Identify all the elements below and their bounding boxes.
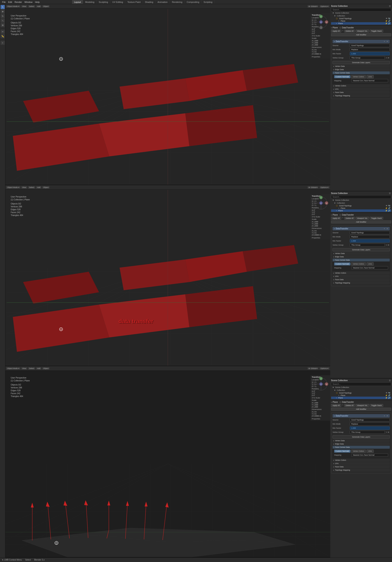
dt-source-3[interactable]: Good Topology xyxy=(350,418,390,422)
dt-mixmode-2[interactable]: Replace xyxy=(350,235,390,238)
vertex-data-header-1[interactable]: ▸ Vertex Data xyxy=(333,65,390,68)
outliner-filter-btn-3[interactable]: ☰ xyxy=(389,379,391,382)
tab-texture-paint[interactable]: Texture Paint xyxy=(125,0,143,4)
face-corner-header-1[interactable]: ▾ Face Corner Data xyxy=(333,71,390,74)
vp2-object-mode[interactable]: Object Mode ▾ xyxy=(6,186,20,189)
dt-source-2[interactable]: Good Topology xyxy=(350,231,390,234)
dt-vertgroup-3[interactable]: This Group xyxy=(350,431,385,434)
add-modifier-btn-1[interactable]: Add Modifier xyxy=(331,33,391,36)
delete-all-btn-3[interactable]: Delete All xyxy=(344,404,355,407)
tree-plane-3[interactable]: ▪ Plane ⚡ 🔗 xyxy=(331,397,391,399)
custom-normals-tab-3[interactable]: Custom Normals xyxy=(334,450,350,453)
modifier-close-2[interactable]: ✕ xyxy=(386,227,389,230)
viewport-vis-btn-3[interactable]: Viewport Vis. xyxy=(356,404,369,407)
tab-shading[interactable]: Shading xyxy=(143,0,155,4)
toggle-stack-btn-1[interactable]: Toggle Stack xyxy=(370,30,383,33)
mapping-2[interactable]: Nearest Cor..Face Normal xyxy=(351,266,388,269)
dt-mixfactor-3[interactable]: 1.000 xyxy=(350,426,390,430)
uvs-tab-2[interactable]: UVs xyxy=(367,262,374,266)
custom-normals-tab-2[interactable]: Custom Normals xyxy=(334,262,350,265)
vp1-object[interactable]: Object xyxy=(42,5,50,8)
vertex-colors-tab-3[interactable]: Vertex Colors xyxy=(351,449,366,453)
tab-compositing[interactable]: Compositing xyxy=(185,0,202,4)
vp3-object[interactable]: Object xyxy=(42,367,50,370)
generate-btn-3[interactable]: Generate Data Layers xyxy=(333,435,390,439)
toolbar-measure[interactable]: 📏 xyxy=(1,34,5,38)
custom-normals-tab-1[interactable]: Custom Normals xyxy=(334,75,350,78)
mapping-3[interactable]: Nearest Cor..Face Normal xyxy=(351,453,388,457)
toolbar-scale[interactable]: ⤡ xyxy=(1,19,5,23)
outliner-search-1[interactable] xyxy=(331,8,391,12)
vp1-add[interactable]: Add xyxy=(36,5,41,8)
modifier-close-3[interactable]: ✕ xyxy=(386,415,389,417)
dt-vertgroup-clear-2[interactable]: ✕ ✚ xyxy=(386,244,390,246)
vc-sub-3[interactable]: ▸ Vertex Colors xyxy=(333,459,390,462)
fcd-header-3[interactable]: ▾ Face Corner Data xyxy=(333,446,390,449)
vp1-view[interactable]: View xyxy=(21,5,27,8)
fd-sub-2[interactable]: ▸ Face Data xyxy=(333,278,390,281)
delete-all-btn-1[interactable]: Delete All xyxy=(344,30,355,33)
modifier-close-1[interactable]: ✕ xyxy=(386,40,389,43)
vp2-options[interactable]: Options ▾ xyxy=(319,186,330,189)
viewport-1-nav-gizmo[interactable]: Y X -Y Z xyxy=(314,15,328,29)
vp1-global[interactable]: ⊕ Global ▾ xyxy=(308,5,319,8)
outliner-filter-btn-1[interactable]: ☰ xyxy=(389,5,391,7)
viewport-3-nav-gizmo[interactable]: Y X Z xyxy=(314,377,328,391)
uvs-sub-2[interactable]: ▸ UVs xyxy=(333,275,390,278)
fd-sub-3[interactable]: ▸ Face Data xyxy=(333,465,390,468)
menu-window[interactable]: Window xyxy=(23,0,34,4)
menu-help[interactable]: Help xyxy=(34,0,41,4)
toolbar-annotate[interactable]: ✏ xyxy=(1,30,5,34)
mapping-value-1[interactable]: Nearest Cor..Face Normal xyxy=(351,79,388,82)
tree-plane-sub-2[interactable]: ▪ Plane ⚡ 🔗 xyxy=(331,207,391,210)
topo-sub-3[interactable]: ▸ Topology Mapping xyxy=(333,468,390,471)
tab-animation[interactable]: Animation xyxy=(155,0,170,4)
generate-btn-2[interactable]: Generate Data Layers xyxy=(333,248,390,251)
viewport-vis-btn-1[interactable]: Viewport Vis. xyxy=(356,30,369,33)
tab-modeling[interactable]: Modeling xyxy=(83,0,97,4)
vp2-select[interactable]: Select xyxy=(28,186,35,189)
tab-sculpting[interactable]: Sculpting xyxy=(97,0,110,4)
tab-rendering[interactable]: Rendering xyxy=(170,0,185,4)
toolbar-add[interactable]: + xyxy=(1,41,5,45)
toolbar-cursor[interactable]: ↖ xyxy=(1,5,5,9)
menu-edit[interactable]: Edit xyxy=(7,0,13,4)
tab-uv-editing[interactable]: UV Editing xyxy=(110,0,125,4)
dt-vertgroup-clear-3[interactable]: ✕ ✚ xyxy=(386,431,390,433)
uvs-tab-3[interactable]: UVs xyxy=(367,449,374,453)
generate-data-layers-btn-1[interactable]: Generate Data Layers xyxy=(333,61,390,64)
toggle-stack-btn-3[interactable]: Toggle Stack xyxy=(370,404,383,407)
vp3-view[interactable]: View xyxy=(21,367,27,370)
tree-plane-2[interactable]: ▪ Plane ⚡ 🔗 xyxy=(331,210,391,212)
tree-scene-collection-3[interactable]: ▾ Scene Collection xyxy=(331,386,391,389)
tree-scene-collection-1[interactable]: ▾ Scene Collection xyxy=(331,12,391,14)
dt-vertgroup-2[interactable]: This Group xyxy=(350,243,385,247)
tree-plane-sub-1[interactable]: ▪ Plane ⚡ 🔗 xyxy=(331,20,391,22)
vp1-object-mode[interactable]: Object Mode ▾ xyxy=(6,5,20,8)
modifier-menu-1[interactable]: ▾ xyxy=(384,41,385,42)
dt-vertgroup-value-1[interactable]: This Group xyxy=(350,56,385,59)
uvs-tab-1[interactable]: UVs xyxy=(367,75,374,78)
uvs-sub-3[interactable]: ▸ UVs xyxy=(333,462,390,465)
modifier-menu-2[interactable]: ▾ xyxy=(384,228,385,230)
dt-mixfactor-2[interactable]: 1.000 xyxy=(350,239,390,243)
outliner-search-3[interactable] xyxy=(331,382,391,386)
viewport-2-canvas[interactable]: User Perspective (1) Collection | Plane … xyxy=(5,190,330,366)
tab-scripting[interactable]: Scripting xyxy=(202,0,215,4)
ed-header-3[interactable]: ▸ Edge Data xyxy=(333,443,390,445)
menu-render[interactable]: Render xyxy=(13,0,23,4)
apply-all-btn-3[interactable]: Apply All xyxy=(331,404,341,407)
dt-mixmode-3[interactable]: Replace xyxy=(350,422,390,426)
outliner-search-2[interactable] xyxy=(331,195,391,199)
tree-collection-3[interactable]: ▾ Collection xyxy=(331,389,391,392)
add-modifier-btn-3[interactable]: Add Modifier xyxy=(331,408,391,410)
fd-header-1[interactable]: ▸ Face Data xyxy=(333,91,390,94)
menu-file[interactable]: File xyxy=(1,0,7,4)
vc-header-1[interactable]: ▸ Vertex Colors xyxy=(333,84,390,87)
dt-source-value-1[interactable]: Good Topology xyxy=(350,44,390,47)
dt-mixfactor-value-1[interactable]: 1.000 xyxy=(350,52,390,55)
vp3-select[interactable]: Select xyxy=(28,367,35,370)
tree-collection-1[interactable]: ▾ Collection xyxy=(331,14,391,17)
fcd-header-2[interactable]: ▾ Face Corner Data xyxy=(333,258,390,261)
vp3-add[interactable]: Add xyxy=(36,367,41,370)
